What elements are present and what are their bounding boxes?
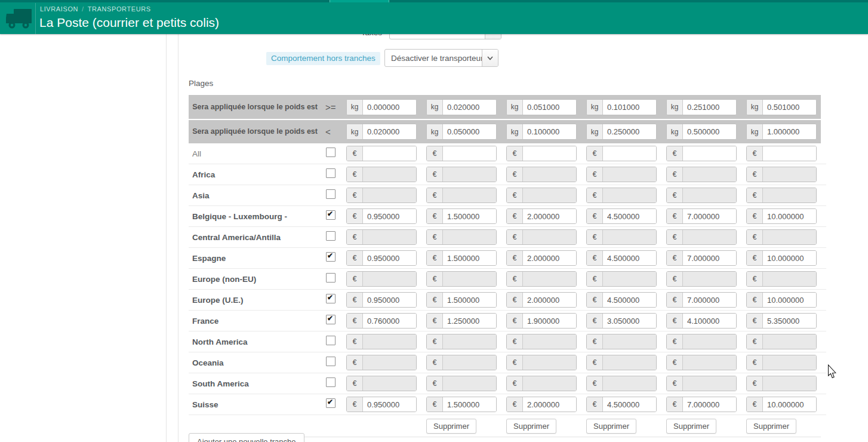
price-input-central-america-antilla-4[interactable] <box>603 230 656 244</box>
zone-checkbox-suisse[interactable] <box>326 398 335 408</box>
weight-input-lt-6[interactable] <box>763 124 816 139</box>
weight-input-ge-5[interactable] <box>683 100 736 115</box>
zone-checkbox-europe-non-eu[interactable] <box>326 273 335 283</box>
weight-input-lt-3[interactable] <box>523 124 576 139</box>
price-input-europe-non-eu-2[interactable] <box>443 272 496 286</box>
price-input-south-america-3[interactable] <box>523 376 576 391</box>
price-input-south-america-6[interactable] <box>763 376 816 391</box>
price-input-all-3[interactable] <box>523 146 576 161</box>
weight-input-ge-3[interactable] <box>523 100 576 115</box>
price-input-africa-4[interactable] <box>603 167 656 182</box>
delete-range-button-2[interactable]: Supprimer <box>426 419 476 434</box>
weight-input-ge-4[interactable] <box>603 100 656 115</box>
price-input-all-6[interactable] <box>763 146 816 161</box>
zone-checkbox-france[interactable] <box>326 315 335 324</box>
price-input-europe-u-e-2[interactable] <box>443 293 496 307</box>
price-input-belgique-luxembourg-6[interactable] <box>763 209 816 223</box>
price-input-europe-non-eu-3[interactable] <box>523 272 576 286</box>
weight-input-lt-1[interactable] <box>363 124 416 139</box>
zone-checkbox-africa[interactable] <box>326 168 335 178</box>
weight-input-ge-1[interactable] <box>363 100 416 115</box>
price-input-europe-u-e-5[interactable] <box>683 293 736 307</box>
price-input-france-3[interactable] <box>523 314 576 328</box>
price-input-france-1[interactable] <box>363 314 416 328</box>
price-input-south-america-5[interactable] <box>683 376 736 391</box>
breadcrumb-item-transporteurs[interactable]: TRANSPORTEURS <box>88 5 151 13</box>
price-input-central-america-antilla-3[interactable] <box>523 230 576 244</box>
delete-range-button-4[interactable]: Supprimer <box>586 419 636 434</box>
price-input-all-2[interactable] <box>443 146 496 161</box>
breadcrumb-item-livraison[interactable]: LIVRAISON <box>40 5 78 13</box>
weight-input-lt-4[interactable] <box>603 124 656 139</box>
zone-checkbox-oceania[interactable] <box>326 357 335 366</box>
price-input-europe-u-e-4[interactable] <box>603 293 656 307</box>
price-input-north-america-4[interactable] <box>603 334 656 349</box>
price-input-all-4[interactable] <box>603 146 656 161</box>
price-input-espagne-3[interactable] <box>523 251 576 265</box>
price-input-espagne-5[interactable] <box>683 251 736 265</box>
price-input-europe-non-eu-6[interactable] <box>763 272 816 286</box>
price-input-oceania-3[interactable] <box>523 355 576 370</box>
price-input-suisse-4[interactable] <box>603 397 656 412</box>
price-input-suisse-1[interactable] <box>363 397 416 412</box>
price-input-asia-4[interactable] <box>603 188 656 202</box>
price-input-africa-3[interactable] <box>523 167 576 182</box>
price-input-north-america-6[interactable] <box>763 334 816 349</box>
price-input-asia-3[interactable] <box>523 188 576 202</box>
price-input-france-2[interactable] <box>443 314 496 328</box>
price-input-france-4[interactable] <box>603 314 656 328</box>
price-input-belgique-luxembourg-5[interactable] <box>683 209 736 223</box>
price-input-france-6[interactable] <box>763 314 816 328</box>
zone-checkbox-central-america-antilla[interactable] <box>326 231 335 241</box>
zone-checkbox-belgique-luxembourg[interactable] <box>326 210 335 220</box>
zone-checkbox-all[interactable] <box>326 148 335 157</box>
price-input-central-america-antilla-6[interactable] <box>763 230 816 244</box>
price-input-europe-non-eu-5[interactable] <box>683 272 736 286</box>
zone-checkbox-asia[interactable] <box>326 189 335 199</box>
price-input-europe-u-e-3[interactable] <box>523 293 576 307</box>
price-input-africa-5[interactable] <box>683 167 736 182</box>
price-input-europe-non-eu-4[interactable] <box>603 272 656 286</box>
price-input-asia-1[interactable] <box>363 188 416 202</box>
price-input-north-america-3[interactable] <box>523 334 576 349</box>
price-input-espagne-1[interactable] <box>363 251 416 265</box>
zone-checkbox-europe-u-e[interactable] <box>326 294 335 303</box>
price-input-south-america-2[interactable] <box>443 376 496 391</box>
weight-input-ge-2[interactable] <box>443 100 496 115</box>
zone-checkbox-espagne[interactable] <box>326 252 335 262</box>
price-input-oceania-5[interactable] <box>683 355 736 370</box>
price-input-oceania-1[interactable] <box>363 355 416 370</box>
delete-range-button-5[interactable]: Supprimer <box>666 419 716 434</box>
price-input-france-5[interactable] <box>683 314 736 328</box>
price-input-central-america-antilla-5[interactable] <box>683 230 736 244</box>
price-input-suisse-6[interactable] <box>763 397 816 412</box>
price-input-belgique-luxembourg-1[interactable] <box>363 209 416 223</box>
price-input-africa-6[interactable] <box>763 167 816 182</box>
price-input-suisse-2[interactable] <box>443 397 496 412</box>
price-input-suisse-5[interactable] <box>683 397 736 412</box>
zone-checkbox-north-america[interactable] <box>326 336 335 345</box>
price-input-europe-u-e-1[interactable] <box>363 293 416 307</box>
out-of-range-behaviour-select[interactable]: Désactiver le transporteur <box>384 49 498 67</box>
price-input-asia-5[interactable] <box>683 188 736 202</box>
price-input-suisse-3[interactable] <box>523 397 576 412</box>
price-input-central-america-antilla-1[interactable] <box>363 230 416 244</box>
delete-range-button-6[interactable]: Supprimer <box>746 419 796 434</box>
price-input-belgique-luxembourg-4[interactable] <box>603 209 656 223</box>
price-input-oceania-2[interactable] <box>443 355 496 370</box>
price-input-oceania-4[interactable] <box>603 355 656 370</box>
price-input-all-1[interactable] <box>363 146 416 161</box>
add-range-button[interactable]: Ajouter une nouvelle tranche <box>189 433 304 442</box>
price-input-north-america-1[interactable] <box>363 334 416 349</box>
price-input-north-america-2[interactable] <box>443 334 496 349</box>
zone-checkbox-south-america[interactable] <box>326 377 335 387</box>
price-input-belgique-luxembourg-2[interactable] <box>443 209 496 223</box>
price-input-asia-6[interactable] <box>763 188 816 202</box>
price-input-espagne-6[interactable] <box>763 251 816 265</box>
price-input-belgique-luxembourg-3[interactable] <box>523 209 576 223</box>
price-input-africa-2[interactable] <box>443 167 496 182</box>
weight-input-ge-6[interactable] <box>763 100 816 115</box>
price-input-espagne-4[interactable] <box>603 251 656 265</box>
weight-input-lt-2[interactable] <box>443 124 496 139</box>
price-input-oceania-6[interactable] <box>763 355 816 370</box>
